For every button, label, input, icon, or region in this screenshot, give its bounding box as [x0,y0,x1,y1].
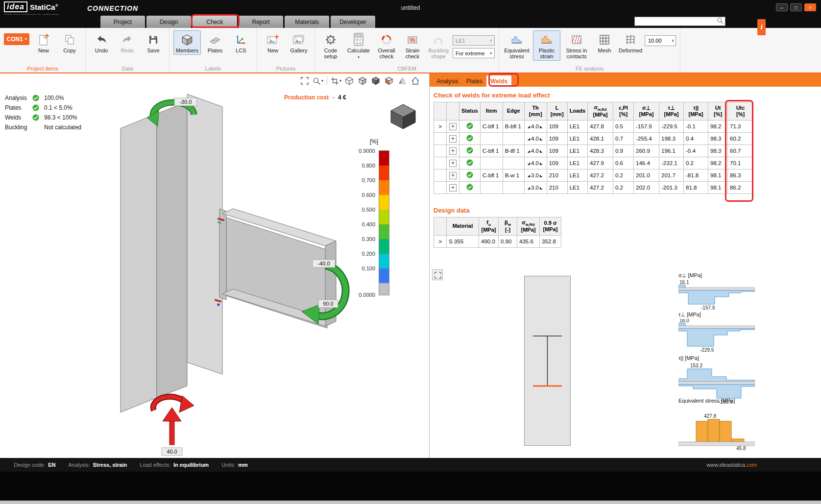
close-button[interactable]: × [804,3,816,11]
row-expander[interactable] [434,182,447,194]
orientation-cube[interactable] [388,103,418,132]
item-cell: C-bfl 1 [480,145,503,157]
row-expand-button[interactable]: + [447,133,459,145]
overall-check-button[interactable]: Overall check [375,30,398,61]
svg-text:45.8: 45.8 [736,446,746,451]
row-expand-button[interactable]: + [447,120,459,133]
home-view-button[interactable] [410,75,421,86]
group-label-fe-analysis: FE analysis [499,66,680,72]
mirror-view-button[interactable] [396,75,408,86]
length-cell: 109 [547,120,567,133]
expand-detail-button[interactable] [432,269,443,280]
tab-check[interactable]: Check [193,16,237,28]
deformed-grid-icon [625,32,636,48]
mesh-button[interactable]: Mesh [593,30,616,55]
load-effect-dropdown[interactable]: LE1▾ [453,35,495,46]
view-solid-button[interactable] [370,75,382,86]
column-flange-back[interactable] [187,94,222,374]
scale-segment [379,166,389,180]
tab-materials[interactable]: Materials [285,16,329,28]
viewport-3d[interactable]: -30.0 -40.0 90.0 40.0 Analysis 100.0% Pl… [0,73,430,458]
info-button[interactable]: i [757,19,766,35]
group-label-pictures: Pictures [257,66,314,72]
tab-design[interactable]: Design [146,16,191,28]
strain-check-button[interactable]: % Strain check [401,30,424,61]
tab-plates[interactable]: Plates [462,75,486,87]
view-wireframe-button[interactable] [343,75,355,86]
weld-column-header [434,102,447,120]
new-picture-button[interactable]: New [261,30,285,55]
spinner-down-icon[interactable]: ▼ [672,41,674,42]
utc-cell: 86.2 [728,182,753,194]
tab-developer[interactable]: Developer [331,16,375,28]
members-toggle-button[interactable]: Members [173,30,201,55]
row-expander[interactable]: > [434,236,447,248]
view-shaded-button[interactable] [357,75,368,86]
row-expand-button[interactable]: + [447,157,459,169]
tab-report[interactable]: Report [239,16,283,28]
weld-symbol-icon: ◢ [528,174,530,177]
search-icon[interactable] [717,17,724,25]
svg-text:-229.5: -229.5 [700,347,714,353]
scale-label: 0.400 [362,221,375,227]
stress-in-contacts-button[interactable]: Stress in contacts [563,30,590,61]
window-controls: – □ × [776,3,816,11]
undo-button[interactable]: Undo [90,30,113,55]
row-expand-button[interactable]: + [447,145,459,157]
group-label-cbfem: CBFEM [315,66,499,72]
row-expander[interactable] [434,169,447,182]
column-web[interactable] [157,102,187,398]
maximize-button[interactable]: □ [790,3,802,11]
chevron-down-icon: ▾ [490,39,492,43]
design-table-row: >S 355490.00.90435.6352.8 [434,236,561,248]
row-expander[interactable] [434,145,447,157]
zoom-tool-button[interactable]: ▾ [312,75,324,86]
copy-project-item-button[interactable]: Copy [58,30,81,55]
tab-welds[interactable]: Welds [486,75,511,87]
deformed-button[interactable]: Deformed [619,30,642,55]
row-expander[interactable] [434,157,447,169]
connection-selector[interactable]: CON1▾ [4,33,29,45]
node-marker [217,304,220,306]
code-setup-button[interactable]: +- Code setup [319,30,342,61]
weld-symbol-icon: ◣ [540,186,542,190]
zoom-fit-button[interactable] [299,75,311,86]
force-arrow-shaft[interactable] [169,420,174,445]
row-expand-button[interactable]: + [447,169,459,182]
weld-symbol-icon: ◢ [528,125,530,128]
scale-label: 0.700 [362,177,375,183]
new-project-item-button[interactable]: New [32,30,55,55]
row-expander[interactable] [434,133,447,145]
scale-segment [379,210,389,224]
scale-label: 0.0000 [359,292,375,298]
plastic-strain-button[interactable]: Plastic strain [533,30,560,61]
redo-button[interactable]: Redo [116,30,139,55]
equivalent-stress-button[interactable]: Equivalent stress [503,30,531,61]
gallery-button[interactable]: Gallery [287,30,311,55]
calculate-button[interactable]: +−×= Calculate▾ [345,30,372,61]
website-link[interactable]: www.ideastatica.com [706,462,757,468]
buckling-shape-button[interactable]: Buckling shape [427,30,450,61]
load-label-bottom: 40.0 [167,449,177,455]
plates-toggle-button[interactable]: Plates [203,30,227,55]
row-expand-button[interactable]: + [447,182,459,194]
sigma-perp-diagram: σ⊥ [MPa] 16.1 -157.9 [678,272,757,312]
tau-par-cell: 81.8 [684,182,708,194]
tab-analysis[interactable]: Analysis [433,75,462,87]
deformed-scale-stepper[interactable]: 10.00 ▲▼ [645,35,676,46]
strain-cell: 0.6 [613,157,634,169]
sigma-perp-cell: 260.9 [634,145,659,157]
search-input[interactable] [635,19,717,24]
minimize-button[interactable]: – [776,3,788,11]
save-button[interactable]: Save [142,30,165,55]
column-flange-front[interactable] [121,114,157,412]
tab-project[interactable]: Project [100,16,145,28]
loads-cell: LE1 [567,169,587,182]
tau-par-cell: -0.1 [684,120,708,133]
section-crop-button[interactable]: ▾ [330,75,342,86]
row-expander[interactable]: > [434,120,447,133]
extreme-filter-dropdown[interactable]: For extreme▾ [453,48,495,58]
weld-column-header: Loads [567,102,587,120]
view-results-paint-button[interactable] [383,75,395,86]
lcs-toggle-button[interactable]: LCS [229,30,253,55]
